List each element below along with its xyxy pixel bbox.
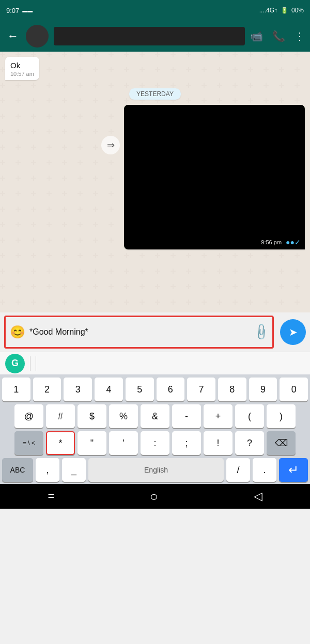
key-exclaim[interactable]: ! [204, 431, 233, 455]
nav-menu-icon[interactable]: = [48, 490, 54, 503]
key-equals-backslash[interactable]: = \ < [14, 431, 43, 455]
key-spacebar[interactable]: English [88, 458, 224, 482]
key-ampersand[interactable]: & [141, 404, 169, 428]
sim-icon: ▬▬ [22, 8, 33, 13]
key-period[interactable]: . [253, 458, 276, 482]
forward-arrow-icon: ⇒ [107, 139, 115, 151]
received-message-text: Ok [10, 61, 34, 70]
key-plus[interactable]: + [204, 404, 233, 428]
key-squote[interactable]: ' [109, 431, 138, 455]
key-3[interactable]: 3 [64, 378, 92, 401]
key-open-paren[interactable]: ( [235, 404, 264, 428]
key-comma[interactable]: , [36, 458, 59, 482]
chat-header: ← 📹 📞 ⋮ [0, 21, 310, 52]
emoji-button[interactable]: 😊 [10, 325, 25, 339]
key-dquote[interactable]: " [78, 431, 106, 455]
key-slash[interactable]: / [226, 458, 250, 482]
number-row: 1 2 3 4 5 6 7 8 9 0 [2, 378, 308, 401]
key-hash[interactable]: # [46, 404, 75, 428]
key-abc[interactable]: ABC [2, 458, 33, 482]
back-button[interactable]: ← [5, 27, 21, 45]
send-button[interactable]: ➤ [280, 319, 306, 345]
bottom-keyboard-row: ABC , _ English / . ↵ [2, 458, 308, 482]
key-0[interactable]: 0 [280, 378, 308, 401]
key-question[interactable]: ? [235, 431, 264, 455]
key-underscore[interactable]: _ [62, 458, 86, 482]
video-call-icon[interactable]: 📹 [250, 30, 263, 42]
symbol-row-2: = \ < * " ' : ; ! ? ⌫ [2, 431, 308, 455]
suggestion-row: G [0, 352, 310, 374]
suggestion-divider-1 [30, 356, 30, 371]
key-4[interactable]: 4 [95, 378, 123, 401]
double-tick-icon: ●●✓ [286, 238, 301, 246]
key-enter[interactable]: ↵ [279, 458, 308, 482]
status-time: 9:07 [6, 7, 19, 14]
key-5[interactable]: 5 [126, 378, 154, 401]
nav-back-icon[interactable]: ◁ [254, 490, 262, 503]
key-8[interactable]: 8 [218, 378, 246, 401]
contact-name[interactable] [54, 27, 245, 45]
key-asterisk[interactable]: * [46, 431, 75, 455]
battery-percent: 00% [291, 7, 304, 14]
video-footer: 9:56 pm ●●✓ [259, 238, 301, 246]
key-2[interactable]: 2 [33, 378, 61, 401]
header-icons: 📹 📞 ⋮ [250, 30, 305, 42]
nav-home-icon[interactable]: ○ [150, 489, 158, 505]
keyboard: 1 2 3 4 5 6 7 8 9 0 @ # $ % & - + ( ) = … [0, 374, 310, 484]
more-options-icon[interactable]: ⋮ [295, 30, 305, 42]
video-thumbnail [124, 105, 305, 249]
sent-video-message: ⇒ 9:56 pm ●●✓ [5, 105, 305, 249]
message-input-area[interactable]: 😊 *Good Morning* 📎 [4, 316, 274, 349]
key-7[interactable]: 7 [187, 378, 215, 401]
key-backspace[interactable]: ⌫ [267, 431, 296, 455]
key-minus[interactable]: - [172, 404, 201, 428]
send-icon: ➤ [289, 326, 298, 338]
status-bar: 9:07 ▬▬ ....4G↑ 🔋 00% [0, 0, 310, 21]
phone-call-icon[interactable]: 📞 [272, 30, 285, 42]
key-1[interactable]: 1 [2, 378, 30, 401]
chat-area: Ok 10:57 am YESTERDAY ⇒ 9:56 pm ●●✓ [0, 52, 310, 312]
key-dollar[interactable]: $ [78, 404, 106, 428]
key-at[interactable]: @ [14, 404, 43, 428]
received-message: Ok 10:57 am [5, 57, 39, 80]
battery-icon: 🔋 [281, 7, 288, 14]
forward-icon[interactable]: ⇒ [101, 136, 120, 154]
key-colon[interactable]: : [141, 431, 169, 455]
grammarly-label: G [11, 358, 19, 369]
video-time: 9:56 pm [259, 239, 284, 246]
nav-bar: = ○ ◁ [0, 484, 310, 509]
received-message-time: 10:57 am [10, 71, 34, 77]
date-separator: YESTERDAY [5, 88, 305, 100]
key-semicolon[interactable]: ; [172, 431, 201, 455]
date-badge: YESTERDAY [129, 88, 181, 100]
symbol-row-1: @ # $ % & - + ( ) [2, 404, 308, 428]
key-close-paren[interactable]: ) [267, 404, 296, 428]
attach-button[interactable]: 📎 [252, 322, 271, 341]
grammarly-button[interactable]: G [5, 354, 25, 373]
key-6[interactable]: 6 [157, 378, 185, 401]
status-left: 9:07 ▬▬ [6, 7, 33, 14]
status-right: ....4G↑ 🔋 00% [259, 7, 304, 14]
key-9[interactable]: 9 [249, 378, 277, 401]
key-percent[interactable]: % [109, 404, 138, 428]
message-input[interactable]: *Good Morning* [29, 327, 250, 337]
signal-icon: ....4G↑ [259, 7, 277, 14]
suggestion-divider-2 [36, 356, 36, 371]
avatar[interactable] [26, 25, 49, 48]
video-bubble[interactable]: 9:56 pm ●●✓ [124, 105, 305, 249]
